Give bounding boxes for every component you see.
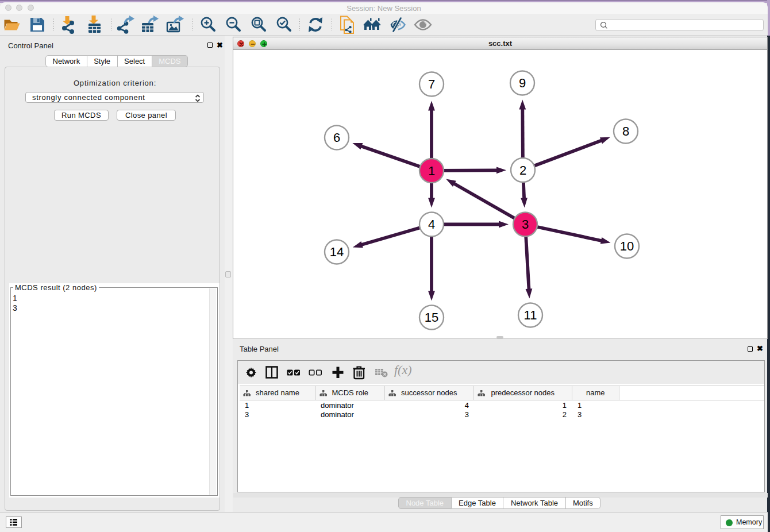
svg-text:6: 6 (333, 130, 340, 145)
svg-text:2: 2 (519, 163, 526, 178)
svg-text:3: 3 (522, 217, 529, 232)
svg-text:11: 11 (524, 308, 537, 322)
svg-text:4: 4 (428, 217, 435, 232)
svg-text:15: 15 (425, 310, 438, 325)
svg-text:9: 9 (519, 76, 526, 90)
svg-text:10: 10 (620, 239, 634, 253)
svg-text:1: 1 (428, 164, 435, 178)
svg-text:7: 7 (428, 77, 435, 91)
svg-text:14: 14 (330, 245, 344, 259)
svg-text:8: 8 (622, 124, 629, 138)
